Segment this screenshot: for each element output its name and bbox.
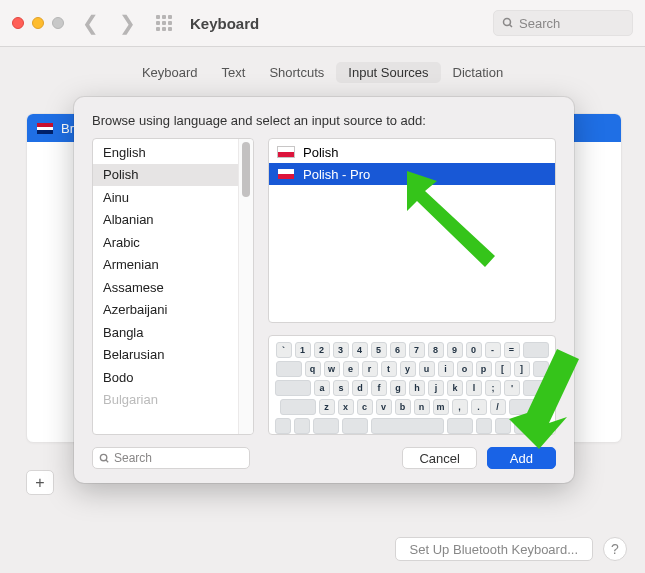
keyboard-key: a (314, 380, 330, 396)
keyboard-key: - (485, 342, 501, 358)
svg-line-1 (510, 25, 513, 28)
keyboard-key: g (390, 380, 406, 396)
sheet-prompt: Browse using language and select an inpu… (92, 113, 556, 128)
keyboard-key: 3 (333, 342, 349, 358)
language-item[interactable]: Bangla (93, 321, 238, 344)
keyboard-key: t (381, 361, 397, 377)
keyboard-key (514, 418, 530, 434)
keyboard-key: 1 (295, 342, 311, 358)
keyboard-key (533, 361, 549, 377)
source-item[interactable]: Polish (269, 141, 555, 163)
tab-input-sources[interactable]: Input Sources (336, 62, 440, 83)
keyboard-key: 5 (371, 342, 387, 358)
keyboard-key: i (438, 361, 454, 377)
language-item[interactable]: Assamese (93, 276, 238, 299)
keyboard-key: 2 (314, 342, 330, 358)
keyboard-key: 9 (447, 342, 463, 358)
search-icon (99, 453, 110, 464)
help-button[interactable]: ? (603, 537, 627, 561)
forward-button: ❯ (119, 11, 136, 35)
keyboard-key: ] (514, 361, 530, 377)
keyboard-key: 8 (428, 342, 444, 358)
keyboard-key: . (471, 399, 487, 415)
minimize-window-button[interactable] (32, 17, 44, 29)
sheet-search-field[interactable]: Search (92, 447, 250, 469)
language-item[interactable]: Armenian (93, 254, 238, 277)
tab-text[interactable]: Text (210, 62, 258, 83)
keyboard-key: s (333, 380, 349, 396)
tab-dictation[interactable]: Dictation (441, 62, 516, 83)
svg-line-3 (106, 459, 108, 461)
close-window-button[interactable] (12, 17, 24, 29)
back-button[interactable]: ❮ (82, 11, 99, 35)
keyboard-key (294, 418, 310, 434)
flag-icon (37, 123, 53, 134)
keyboard-key (342, 418, 368, 434)
bottom-bar: Set Up Bluetooth Keyboard... ? (395, 537, 627, 561)
keyboard-key (313, 418, 339, 434)
language-item[interactable]: Polish (93, 164, 238, 187)
source-item[interactable]: Polish - Pro (269, 163, 555, 185)
tab-shortcuts[interactable]: Shortcuts (257, 62, 336, 83)
keyboard-key: f (371, 380, 387, 396)
zoom-window-button (52, 17, 64, 29)
flag-pl-icon (277, 168, 295, 180)
keyboard-key: n (414, 399, 430, 415)
cancel-button[interactable]: Cancel (402, 447, 476, 469)
source-label: Polish - Pro (303, 167, 370, 182)
titlebar: ❮ ❯ Keyboard Search (0, 0, 645, 47)
keyboard-key (371, 418, 444, 434)
scrollbar-thumb[interactable] (242, 142, 250, 197)
keyboard-key: ; (485, 380, 501, 396)
language-list: English Polish Ainu Albanian Arabic Arme… (92, 138, 254, 435)
keyboard-key: m (433, 399, 449, 415)
language-item[interactable]: Bodo (93, 366, 238, 389)
keyboard-key: ' (504, 380, 520, 396)
keyboard-key (523, 342, 549, 358)
keyboard-key (523, 380, 549, 396)
language-item[interactable]: Azerbaijani (93, 299, 238, 322)
keyboard-key (275, 418, 291, 434)
pref-tabs: Keyboard Text Shortcuts Input Sources Di… (0, 47, 645, 101)
scrollbar[interactable] (238, 139, 253, 434)
source-label: Polish (303, 145, 338, 160)
keyboard-key: o (457, 361, 473, 377)
toolbar-search-field[interactable]: Search (493, 10, 633, 36)
language-item[interactable]: Albanian (93, 209, 238, 232)
keyboard-key: 0 (466, 342, 482, 358)
search-icon (502, 17, 514, 29)
tab-keyboard[interactable]: Keyboard (130, 62, 210, 83)
language-item[interactable]: Belarusian (93, 344, 238, 367)
add-button[interactable]: Add (487, 447, 556, 469)
keyboard-key: = (504, 342, 520, 358)
window-controls (12, 17, 64, 29)
window-title: Keyboard (190, 15, 493, 32)
show-all-icon[interactable] (156, 15, 172, 31)
keyboard-key: k (447, 380, 463, 396)
keyboard-key (495, 418, 511, 434)
keyboard-key (276, 361, 302, 377)
keyboard-key: / (490, 399, 506, 415)
keyboard-key (447, 418, 473, 434)
keyboard-key (509, 399, 545, 415)
keyboard-key: 7 (409, 342, 425, 358)
language-item[interactable]: Bulgarian (93, 389, 238, 412)
keyboard-key: c (357, 399, 373, 415)
keyboard-key: q (305, 361, 321, 377)
language-scroll[interactable]: English Polish Ainu Albanian Arabic Arme… (93, 139, 238, 434)
keyboard-key: [ (495, 361, 511, 377)
keyboard-key: 4 (352, 342, 368, 358)
keyboard-key: p (476, 361, 492, 377)
language-item[interactable]: Ainu (93, 186, 238, 209)
language-item[interactable]: English (93, 141, 238, 164)
add-source-button[interactable]: + (26, 470, 54, 495)
keyboard-key: z (319, 399, 335, 415)
keyboard-key: u (419, 361, 435, 377)
keyboard-key: ` (276, 342, 292, 358)
keyboard-key: b (395, 399, 411, 415)
svg-point-2 (100, 454, 106, 460)
language-item[interactable]: Arabic (93, 231, 238, 254)
bluetooth-keyboard-button[interactable]: Set Up Bluetooth Keyboard... (395, 537, 593, 561)
keyboard-key: j (428, 380, 444, 396)
keyboard-key: d (352, 380, 368, 396)
